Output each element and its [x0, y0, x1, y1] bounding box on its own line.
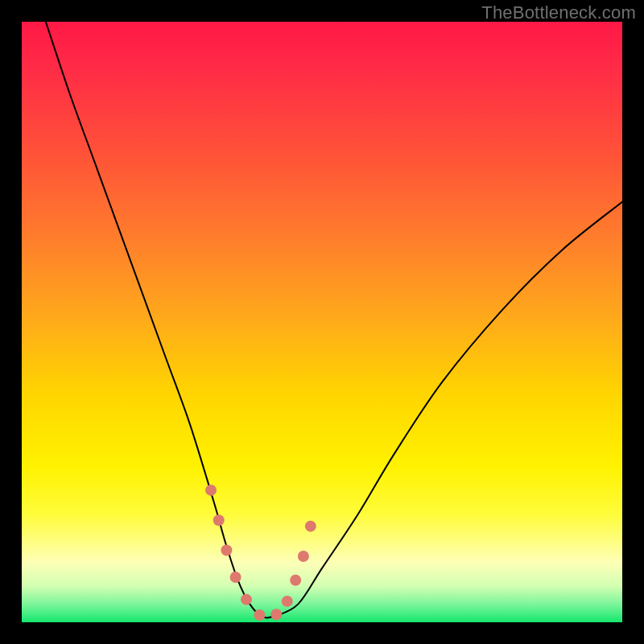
curve-marker [241, 594, 252, 605]
chart-svg [22, 22, 622, 622]
chart-frame: TheBottleneck.com [0, 0, 644, 644]
plot-area [22, 22, 622, 622]
curve-marker [221, 544, 232, 555]
curve-marker [230, 572, 242, 583]
curve-marker [213, 514, 225, 526]
curve-marker [254, 609, 265, 621]
curve-marker [305, 521, 316, 532]
bottleneck-curve [46, 22, 622, 617]
curve-marker [290, 575, 301, 586]
curve-marker [270, 609, 282, 620]
curve-marker [298, 551, 309, 562]
curve-marker [282, 596, 293, 607]
curve-marker [205, 485, 217, 496]
marker-group [205, 485, 316, 621]
watermark-text: TheBottleneck.com [481, 2, 636, 23]
